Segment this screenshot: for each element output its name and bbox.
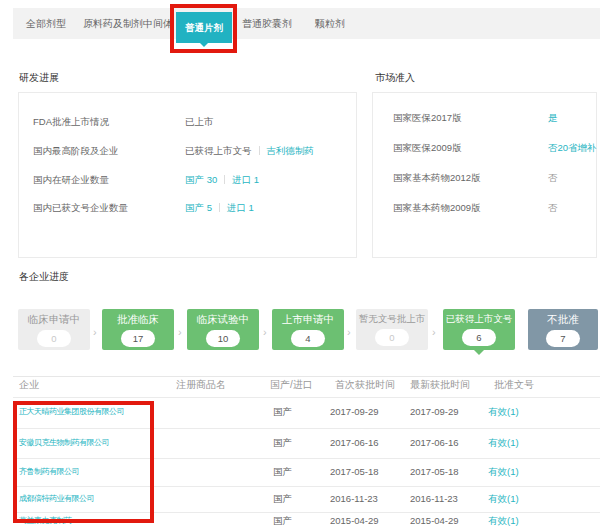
domestic-count-link[interactable]: 国产 30 — [185, 174, 217, 185]
annotation-box-company-column — [13, 401, 154, 523]
arrow-right-icon: › — [263, 326, 267, 338]
ma-row-2017-value: 是 — [548, 111, 558, 125]
ma-row-essential-2012: 国家基本药物2012版 否 — [393, 171, 593, 185]
rd-row-licensed-companies-label: 国内已获文号企业数量 — [33, 201, 128, 215]
tab-granule[interactable]: 颗粒剂 — [315, 8, 345, 39]
license-link[interactable]: 有效(1) — [488, 465, 519, 479]
step-licensed-count: 6 — [462, 329, 496, 346]
col-license: 批准文号 — [494, 378, 534, 392]
rd-row-active-companies: 国内在研企业数量 国产 30进口 1 — [33, 173, 353, 187]
value-divider — [224, 175, 225, 184]
license-link[interactable]: 有效(1) — [488, 405, 519, 419]
ma-row-2017-label: 国家医保2017版 — [393, 111, 462, 125]
step-approved-clinical-count: 17 — [121, 330, 155, 347]
import-licensed-link[interactable]: 进口 1 — [227, 202, 254, 213]
step-clinical-application-count: 0 — [37, 330, 71, 347]
step-approved-clinical[interactable]: 批准临床 17 — [102, 309, 174, 350]
arrow-right-icon: › — [347, 326, 351, 338]
step-no-license-approved-label: 暂无文号批上市 — [356, 313, 428, 326]
rd-row-licensed-companies: 国内已获文号企业数量 国产 5进口 1 — [33, 201, 353, 215]
ma-row-2009: 国家医保2009版 否20省增补 — [393, 141, 593, 155]
rd-row-highest-stage: 国内最高阶段及企业 已获得上市文号吉利德制药 — [33, 144, 353, 158]
col-origin: 国产/进口 — [270, 378, 313, 392]
ma-row-essential-2009: 国家基本药物2009版 否 — [393, 201, 593, 215]
step-not-approved-label: 不批准 — [528, 313, 598, 327]
col-company: 企业 — [19, 378, 39, 392]
rd-row-fda-label: FDA批准上市情况 — [33, 115, 109, 129]
tab-api-intermediates[interactable]: 原料药及制剂中间体 — [83, 8, 173, 39]
company-link-gilead[interactable]: 吉利德制药 — [267, 145, 315, 156]
rd-progress-card: FDA批准上市情况 已上市 国内最高阶段及企业 已获得上市文号吉利德制药 国内在… — [18, 92, 357, 258]
arrow-right-icon: › — [178, 326, 182, 338]
step-clinical-application[interactable]: 临床申请中 0 — [18, 309, 90, 350]
table-header-row: 企业 注册商品名 国产/进口 首次获批时间 最新获批时间 批准文号 — [0, 378, 600, 392]
step-listing-application-count: 4 — [291, 330, 325, 347]
rd-row-highest-stage-value: 已获得上市文号 — [185, 145, 252, 156]
rd-row-fda-value: 已上市 — [185, 115, 214, 129]
rd-row-highest-stage-label: 国内最高阶段及企业 — [33, 144, 119, 158]
tab-capsule[interactable]: 普通胶囊剂 — [242, 8, 292, 39]
ma-row-essential-2012-value: 否 — [548, 171, 558, 185]
col-first-date: 首次获批时间 — [335, 378, 395, 392]
section-title-rd-progress: 研发进展 — [19, 71, 59, 85]
ma-row-2009-label: 国家医保2009版 — [393, 141, 462, 155]
step-listing-application[interactable]: 上市申请中 4 — [272, 309, 344, 350]
ma-row-essential-2012-label: 国家基本药物2012版 — [393, 171, 481, 185]
section-title-market-access: 市场准入 — [375, 71, 415, 85]
step-no-license-approved[interactable]: 暂无文号批上市 0 — [356, 309, 428, 350]
license-link[interactable]: 有效(1) — [488, 492, 519, 506]
step-licensed-label: 已获得上市文号 — [443, 313, 515, 326]
ma-row-essential-2009-value: 否 — [548, 201, 558, 215]
license-link[interactable]: 有效(1) — [488, 436, 519, 450]
step-pointer-triangle — [474, 350, 484, 360]
step-clinical-trial-label: 临床试验中 — [187, 313, 259, 327]
col-latest-date: 最新获批时间 — [410, 378, 470, 392]
tab-all-forms[interactable]: 全部剂型 — [26, 8, 66, 39]
step-no-license-approved-count: 0 — [375, 329, 409, 346]
step-clinical-trial-count: 10 — [206, 330, 240, 347]
dosage-form-tab-bar: 全部剂型 原料药及制剂中间体 普通胶囊剂 颗粒剂 — [13, 8, 600, 39]
step-approved-clinical-label: 批准临床 — [102, 313, 174, 327]
step-not-approved-count: 7 — [546, 330, 580, 347]
value-divider — [219, 203, 220, 212]
step-not-approved[interactable]: 不批准 7 — [528, 309, 598, 350]
ma-row-essential-2009-label: 国家基本药物2009版 — [393, 201, 481, 215]
license-link[interactable]: 有效(1) — [488, 514, 519, 528]
rd-row-fda: FDA批准上市情况 已上市 — [33, 115, 353, 129]
domestic-licensed-link[interactable]: 国产 5 — [185, 202, 212, 213]
arrow-right-icon: › — [432, 326, 436, 338]
ma-row-2009-value: 否20省增补 — [548, 141, 597, 155]
col-brand: 注册商品名 — [176, 378, 226, 392]
table-divider — [13, 397, 600, 398]
market-access-card: 国家医保2017版 是 国家医保2009版 否20省增补 国家基本药物2012版… — [372, 92, 597, 258]
value-divider — [259, 146, 260, 155]
import-count-link[interactable]: 进口 1 — [232, 174, 259, 185]
table-top-border — [13, 376, 600, 377]
arrow-right-icon: › — [93, 326, 97, 338]
step-listing-application-label: 上市申请中 — [272, 313, 344, 327]
annotation-box-selected-tab — [170, 4, 237, 53]
step-licensed[interactable]: 已获得上市文号 6 — [443, 309, 515, 350]
section-title-company-progress: 各企业进度 — [19, 270, 69, 284]
step-clinical-trial[interactable]: 临床试验中 10 — [187, 309, 259, 350]
step-clinical-application-label: 临床申请中 — [18, 313, 90, 327]
rd-row-active-companies-label: 国内在研企业数量 — [33, 173, 109, 187]
ma-row-2017: 国家医保2017版 是 — [393, 111, 593, 125]
